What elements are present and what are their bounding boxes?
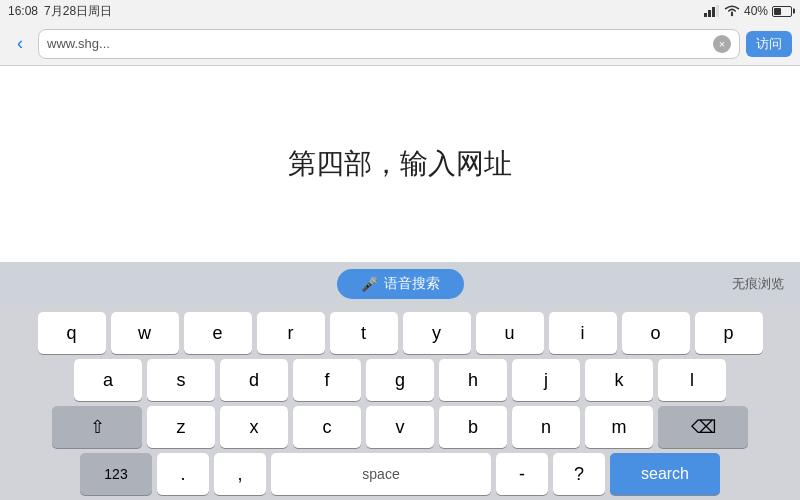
svg-rect-3 bbox=[716, 5, 719, 17]
key-x[interactable]: x bbox=[220, 406, 288, 448]
status-left: 16:08 7月28日周日 bbox=[8, 3, 112, 20]
key-i[interactable]: i bbox=[549, 312, 617, 354]
key-row-2: a s d f g h j k l bbox=[3, 359, 797, 401]
key-v[interactable]: v bbox=[366, 406, 434, 448]
clear-button[interactable]: × bbox=[713, 35, 731, 53]
key-e[interactable]: e bbox=[184, 312, 252, 354]
space-key[interactable]: space bbox=[271, 453, 491, 495]
key-y[interactable]: y bbox=[403, 312, 471, 354]
key-p[interactable]: p bbox=[695, 312, 763, 354]
key-q[interactable]: q bbox=[38, 312, 106, 354]
main-content: 第四部，输入网址 bbox=[0, 66, 800, 262]
private-mode-label: 无痕浏览 bbox=[732, 275, 784, 293]
status-right: 40% bbox=[704, 4, 792, 18]
key-f[interactable]: f bbox=[293, 359, 361, 401]
date: 7月28日周日 bbox=[44, 3, 112, 20]
url-bar[interactable]: www.shg... × bbox=[38, 29, 740, 59]
key-j[interactable]: j bbox=[512, 359, 580, 401]
svg-point-4 bbox=[731, 14, 733, 16]
key-w[interactable]: w bbox=[111, 312, 179, 354]
svg-rect-2 bbox=[712, 7, 715, 17]
key-period[interactable]: . bbox=[157, 453, 209, 495]
visit-button[interactable]: 访问 bbox=[746, 31, 792, 57]
keyboard: q w e r t y u i o p a s d f g h j k l ⇧ bbox=[0, 306, 800, 499]
key-h[interactable]: h bbox=[439, 359, 507, 401]
search-key[interactable]: search bbox=[610, 453, 720, 495]
status-bar: 16:08 7月28日周日 40% bbox=[0, 0, 800, 22]
key-u[interactable]: u bbox=[476, 312, 544, 354]
battery-percent: 40% bbox=[744, 4, 768, 18]
backspace-key[interactable]: ⌫ bbox=[658, 406, 748, 448]
voice-label: 语音搜索 bbox=[384, 275, 440, 293]
key-k[interactable]: k bbox=[585, 359, 653, 401]
main-title: 第四部，输入网址 bbox=[288, 145, 512, 183]
back-button[interactable]: ‹ bbox=[8, 32, 32, 56]
url-text: www.shg... bbox=[47, 36, 709, 51]
key-123[interactable]: 123 bbox=[80, 453, 152, 495]
svg-rect-0 bbox=[704, 13, 707, 17]
voice-search-button[interactable]: 🎤 语音搜索 bbox=[337, 269, 464, 299]
key-n[interactable]: n bbox=[512, 406, 580, 448]
key-dash[interactable]: - bbox=[496, 453, 548, 495]
key-row-3: ⇧ z x c v b n m ⌫ bbox=[3, 406, 797, 448]
key-r[interactable]: r bbox=[257, 312, 325, 354]
voice-bar: 🎤 语音搜索 无痕浏览 bbox=[0, 262, 800, 306]
key-m[interactable]: m bbox=[585, 406, 653, 448]
key-comma[interactable]: , bbox=[214, 453, 266, 495]
key-o[interactable]: o bbox=[622, 312, 690, 354]
keyboard-area: 🎤 语音搜索 无痕浏览 q w e r t y u i o p a s d f bbox=[0, 262, 800, 500]
battery-icon bbox=[772, 6, 792, 17]
svg-rect-1 bbox=[708, 10, 711, 17]
shift-key[interactable]: ⇧ bbox=[52, 406, 142, 448]
key-d[interactable]: d bbox=[220, 359, 288, 401]
key-question[interactable]: ? bbox=[553, 453, 605, 495]
key-row-1: q w e r t y u i o p bbox=[3, 312, 797, 354]
key-s[interactable]: s bbox=[147, 359, 215, 401]
time: 16:08 bbox=[8, 4, 38, 18]
key-a[interactable]: a bbox=[74, 359, 142, 401]
browser-bar: ‹ www.shg... × 访问 bbox=[0, 22, 800, 66]
key-b[interactable]: b bbox=[439, 406, 507, 448]
key-z[interactable]: z bbox=[147, 406, 215, 448]
key-c[interactable]: c bbox=[293, 406, 361, 448]
key-row-4: 123 . , space - ? search bbox=[3, 453, 797, 495]
key-g[interactable]: g bbox=[366, 359, 434, 401]
signal-icon bbox=[704, 5, 720, 17]
mic-icon: 🎤 bbox=[361, 276, 378, 292]
key-t[interactable]: t bbox=[330, 312, 398, 354]
wifi-icon bbox=[724, 5, 740, 17]
key-l[interactable]: l bbox=[658, 359, 726, 401]
